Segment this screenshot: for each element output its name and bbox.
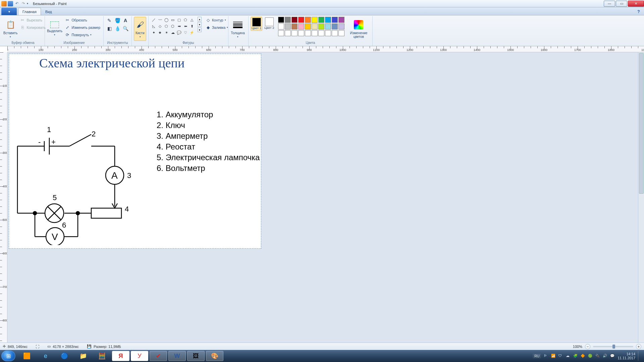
- taskbar-wmp[interactable]: 🟧: [18, 351, 36, 361]
- edit-colors-button[interactable]: Изменение цветов: [348, 17, 369, 41]
- color-swatch[interactable]: [285, 17, 291, 23]
- shape-polygon[interactable]: ⬠: [182, 17, 189, 23]
- shape-diamond[interactable]: ◇: [157, 23, 163, 29]
- file-menu-button[interactable]: ▾: [1, 8, 17, 15]
- redo-icon[interactable]: ↷: [20, 1, 26, 6]
- shape-outline-button[interactable]: ◇Контур ▾: [204, 17, 229, 23]
- taskbar-app2[interactable]: ✔: [150, 351, 167, 361]
- picker-tool[interactable]: 💧: [114, 25, 121, 32]
- brushes-button[interactable]: 🖌 Кисти ▾: [134, 17, 146, 41]
- color-swatch[interactable]: [298, 17, 304, 23]
- shape-star4[interactable]: ✦: [151, 29, 157, 36]
- shapes-scroll-down[interactable]: ▾: [198, 22, 202, 27]
- shape-rect[interactable]: ▭: [170, 17, 176, 23]
- shapes-expand[interactable]: ▾: [198, 27, 202, 32]
- color-swatch[interactable]: [312, 30, 318, 36]
- shape-arrow-u[interactable]: ⬆: [189, 23, 195, 29]
- color-swatch[interactable]: [291, 23, 298, 29]
- shape-callout2[interactable]: 💬: [176, 29, 182, 36]
- color2-slot[interactable]: Цвет 2: [264, 17, 275, 30]
- tray-shield-icon[interactable]: 🛡: [558, 354, 563, 358]
- color-swatch[interactable]: [305, 30, 311, 36]
- shape-arrow-r[interactable]: ➡: [176, 23, 182, 29]
- tray-flag-icon[interactable]: 🏳: [544, 354, 548, 358]
- tab-home[interactable]: Главная: [18, 8, 41, 15]
- taskbar-chrome[interactable]: 🔵: [56, 351, 73, 361]
- shape-fill-button[interactable]: ◆Заливка ▾: [204, 24, 229, 31]
- close-button[interactable]: ✕: [628, 1, 644, 7]
- copy-button[interactable]: ⎘Копировать: [19, 24, 47, 31]
- tray-cloud-icon[interactable]: ☁: [566, 354, 571, 358]
- taskbar-yandex[interactable]: Я: [112, 351, 129, 361]
- scrollbar-vertical[interactable]: [638, 52, 644, 344]
- show-desktop-button[interactable]: [638, 351, 641, 361]
- tray-antivirus-icon[interactable]: 🟢: [588, 354, 593, 358]
- shape-oval[interactable]: ◯: [163, 17, 169, 23]
- undo-icon[interactable]: ↶: [14, 1, 19, 6]
- color-swatch[interactable]: [325, 23, 331, 29]
- canvas[interactable]: Схема электрической цепи: [9, 54, 261, 249]
- shape-star6[interactable]: ✶: [163, 29, 169, 36]
- color-swatch[interactable]: [312, 17, 318, 23]
- taskbar-word[interactable]: W: [168, 351, 186, 361]
- color-swatch[interactable]: [338, 30, 344, 36]
- taskbar-calc[interactable]: 🧮: [93, 351, 111, 361]
- shape-star5[interactable]: ★: [157, 29, 163, 36]
- color-swatch[interactable]: [318, 30, 324, 36]
- color-swatch[interactable]: [285, 30, 291, 36]
- taskbar-paint[interactable]: 🎨: [206, 351, 223, 361]
- color-swatch[interactable]: [278, 17, 284, 23]
- color-swatch[interactable]: [338, 23, 344, 29]
- color-swatch[interactable]: [332, 23, 338, 29]
- color-swatch[interactable]: [332, 30, 338, 36]
- shape-lightning[interactable]: ⚡: [189, 29, 195, 36]
- start-button[interactable]: ⊞: [1, 351, 15, 361]
- zoom-slider-thumb[interactable]: [612, 345, 615, 349]
- shape-pentagon[interactable]: ⬠: [163, 23, 169, 29]
- fill-tool[interactable]: 🪣: [114, 17, 121, 24]
- color-swatch[interactable]: [285, 23, 291, 29]
- shape-roundrect[interactable]: ▢: [176, 17, 182, 23]
- color-swatch[interactable]: [291, 17, 298, 23]
- zoom-out-button[interactable]: −: [585, 344, 590, 349]
- shape-rtriangle[interactable]: ◺: [151, 23, 157, 29]
- color-swatch[interactable]: [332, 17, 338, 23]
- select-button[interactable]: Выделить ▾: [47, 17, 62, 41]
- qat-dropdown-icon[interactable]: ▾: [27, 2, 28, 5]
- maximize-button[interactable]: ▭: [616, 1, 627, 7]
- taskbar-app1[interactable]: У: [131, 351, 148, 361]
- crop-button[interactable]: ✂Обрезать: [64, 17, 101, 23]
- color-swatch[interactable]: [305, 17, 311, 23]
- color-swatch[interactable]: [338, 17, 344, 23]
- tray-volume-icon[interactable]: 🔊: [603, 354, 607, 358]
- shape-callout[interactable]: ☁: [170, 29, 176, 36]
- magnifier-tool[interactable]: 🔍: [122, 25, 129, 32]
- help-button[interactable]: ?: [635, 8, 642, 15]
- shape-triangle[interactable]: △: [189, 17, 195, 23]
- language-indicator[interactable]: RU: [533, 354, 541, 358]
- tray-puzzle-icon[interactable]: 🧩: [573, 354, 578, 358]
- color-swatch[interactable]: [305, 23, 311, 29]
- color-swatch[interactable]: [298, 30, 304, 36]
- color-swatch[interactable]: [278, 23, 284, 29]
- taskbar-photos[interactable]: 🖼: [187, 351, 205, 361]
- text-tool[interactable]: A: [122, 17, 129, 24]
- zoom-slider[interactable]: [593, 346, 633, 347]
- paste-button[interactable]: 📋 Вставить ▾: [3, 17, 17, 41]
- tray-update-icon[interactable]: 🔶: [581, 354, 585, 358]
- color-swatch[interactable]: [318, 17, 324, 23]
- taskbar-ie[interactable]: e: [37, 351, 54, 361]
- eraser-tool[interactable]: ◧: [106, 25, 113, 32]
- clock[interactable]: 14:14 11.11.2017: [618, 352, 635, 360]
- zoom-in-button[interactable]: +: [636, 344, 641, 349]
- color-swatch[interactable]: [325, 30, 331, 36]
- shape-line[interactable]: ／: [151, 17, 157, 23]
- taskbar-explorer[interactable]: 📁: [74, 351, 92, 361]
- color-swatch[interactable]: [318, 23, 324, 29]
- shape-heart[interactable]: ♡: [182, 29, 189, 36]
- pencil-tool[interactable]: ✎: [106, 17, 113, 24]
- shape-curve[interactable]: 〰: [157, 17, 163, 23]
- scrollbar-v-thumb[interactable]: [639, 53, 644, 194]
- color-swatch[interactable]: [325, 17, 331, 23]
- color1-slot[interactable]: Цвет 1: [251, 17, 262, 31]
